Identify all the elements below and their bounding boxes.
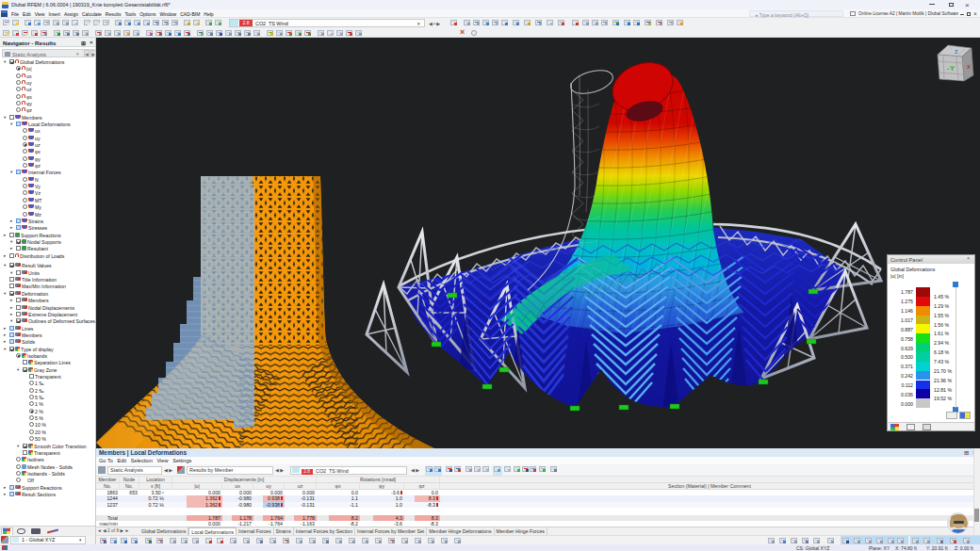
svg-text:Z: Z — [955, 49, 958, 55]
svg-text:X: X — [967, 64, 971, 70]
svg-text:-Y: -Y — [947, 64, 956, 73]
